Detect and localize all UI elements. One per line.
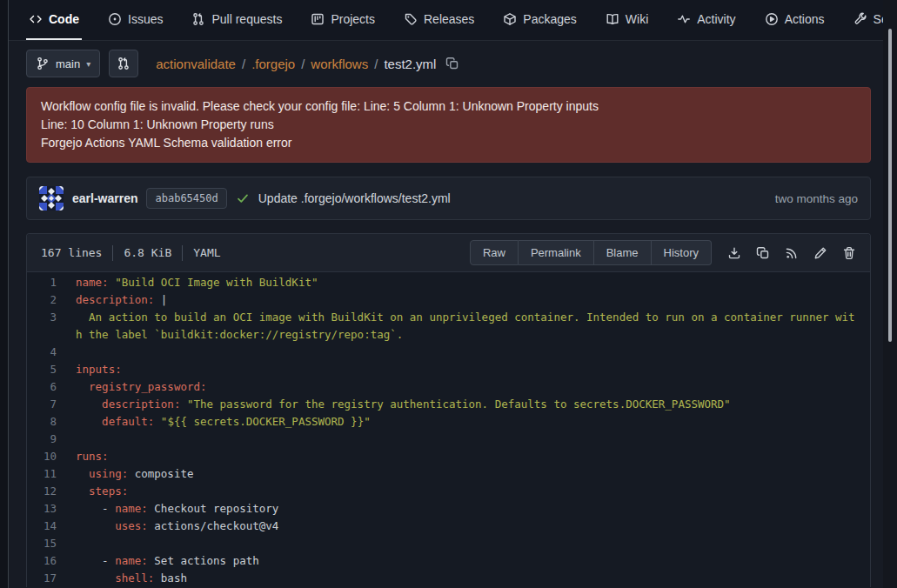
line-number[interactable]: 17 bbox=[27, 570, 76, 587]
file-info-167-lines: 167 lines bbox=[41, 246, 102, 259]
blame-button[interactable]: Blame bbox=[594, 240, 652, 265]
commit-message[interactable]: Update .forgejo/workflows/test2.yml bbox=[258, 191, 451, 205]
copy-content-button[interactable] bbox=[756, 246, 770, 260]
tab-pull-requests[interactable]: Pull requests bbox=[189, 0, 284, 40]
file-view: 167 lines6.8 KiBYAML RawPermalinkBlameHi… bbox=[26, 233, 871, 587]
compare-button[interactable] bbox=[109, 50, 138, 77]
tab-label: Projects bbox=[331, 12, 375, 26]
line-number[interactable]: 14 bbox=[27, 518, 76, 535]
code-line: 14 uses: actions/checkout@v4 bbox=[27, 518, 870, 535]
branch-icon bbox=[36, 57, 50, 70]
line-number[interactable]: 4 bbox=[27, 344, 76, 361]
line-number[interactable]: 3 bbox=[27, 309, 76, 344]
tab-label: Actions bbox=[785, 12, 825, 26]
file-view-mode-buttons: RawPermalinkBlameHistory bbox=[470, 240, 712, 265]
line-content: description: | bbox=[76, 291, 870, 309]
code-line: 7 description: "The password for the reg… bbox=[27, 396, 870, 413]
line-content bbox=[76, 344, 870, 361]
tab-packages[interactable]: Packages bbox=[500, 0, 579, 40]
play-circle-icon bbox=[765, 12, 779, 26]
line-number[interactable]: 5 bbox=[27, 361, 76, 378]
tab-label: Activity bbox=[697, 12, 735, 26]
book-icon bbox=[606, 12, 619, 26]
delete-file-button[interactable] bbox=[842, 246, 856, 260]
line-number[interactable]: 8 bbox=[27, 413, 76, 431]
code-line: 13 - name: Checkout repository bbox=[27, 500, 870, 518]
history-button[interactable]: History bbox=[652, 240, 712, 265]
line-number[interactable]: 6 bbox=[27, 378, 76, 396]
breadcrumb-separator: / bbox=[242, 57, 245, 71]
tab-actions[interactable]: Actions bbox=[762, 0, 827, 40]
line-content: - name: Set actions path bbox=[76, 552, 870, 570]
compare-icon bbox=[117, 57, 131, 70]
commit-sha-badge[interactable]: abab65450d bbox=[146, 188, 226, 209]
permalink-button[interactable]: Permalink bbox=[519, 240, 594, 265]
breadcrumb-item--forgejo[interactable]: .forgejo bbox=[251, 57, 295, 71]
window-left-edge bbox=[0, 0, 9, 588]
copy-path-button[interactable] bbox=[445, 57, 459, 70]
line-content bbox=[76, 535, 870, 552]
line-number[interactable]: 9 bbox=[27, 431, 76, 448]
code-line: 8 default: "${{ secrets.DOCKER_PASSWORD … bbox=[27, 413, 870, 431]
avatar[interactable] bbox=[39, 186, 64, 210]
tab-wiki[interactable]: Wiki bbox=[603, 0, 651, 40]
code-icon bbox=[29, 12, 43, 26]
download-button[interactable] bbox=[727, 246, 741, 260]
code-line: 11 using: composite bbox=[27, 465, 870, 483]
chevron-down-icon: ▾ bbox=[86, 59, 90, 69]
line-content: runs: bbox=[76, 448, 870, 465]
code-line: 9 bbox=[27, 431, 870, 448]
file-info-yaml: YAML bbox=[193, 246, 220, 259]
package-icon bbox=[503, 12, 517, 26]
line-number[interactable]: 16 bbox=[27, 552, 76, 570]
tab-activity[interactable]: Activity bbox=[674, 0, 738, 40]
breadcrumb-item-actionvalidate[interactable]: actionvalidate bbox=[156, 57, 236, 71]
edit-file-button[interactable] bbox=[813, 246, 827, 260]
commit-age: two months ago bbox=[775, 192, 858, 205]
projects-icon bbox=[311, 12, 325, 26]
line-number[interactable]: 2 bbox=[27, 291, 76, 309]
code-line: 15 bbox=[27, 535, 870, 552]
code-line: 1name: "Build OCI Image with BuildKit" bbox=[27, 274, 870, 291]
tab-projects[interactable]: Projects bbox=[308, 0, 378, 40]
code-line: 5inputs: bbox=[27, 361, 870, 378]
tab-label: Pull requests bbox=[211, 12, 282, 26]
line-number[interactable]: 10 bbox=[27, 448, 76, 465]
issues-icon bbox=[108, 12, 122, 26]
raw-button[interactable]: Raw bbox=[470, 240, 519, 265]
scrollbar-thumb[interactable] bbox=[888, 29, 892, 342]
breadcrumb-item-test2-yml: test2.yml bbox=[384, 57, 436, 71]
line-content: using: composite bbox=[76, 465, 870, 483]
line-number[interactable]: 11 bbox=[27, 465, 76, 483]
branch-select-button[interactable]: main ▾ bbox=[26, 50, 100, 77]
repo-tabs-nav: CodeIssuesPull requestsProjectsReleasesP… bbox=[0, 0, 897, 41]
line-number[interactable]: 13 bbox=[27, 500, 76, 518]
line-number[interactable]: 7 bbox=[27, 396, 76, 413]
file-header: 167 lines6.8 KiBYAML RawPermalinkBlameHi… bbox=[27, 234, 870, 272]
line-content: default: "${{ secrets.DOCKER_PASSWORD }}… bbox=[76, 413, 870, 431]
error-banner-line: Forgejo Actions YAML Schema validation e… bbox=[41, 134, 856, 152]
tab-releases[interactable]: Releases bbox=[401, 0, 477, 40]
line-content: registry_password: bbox=[76, 378, 870, 396]
error-banner-line: Workflow config file is invalid. Please … bbox=[41, 97, 856, 116]
line-number[interactable]: 12 bbox=[27, 483, 76, 500]
tab-code[interactable]: Code bbox=[26, 0, 82, 40]
divider bbox=[182, 245, 183, 261]
code-line: 10runs: bbox=[27, 448, 870, 465]
line-number[interactable]: 1 bbox=[27, 274, 76, 291]
error-banner-line: Line: 10 Column 1: Unknown Property runs bbox=[41, 116, 856, 134]
commit-author[interactable]: earl-warren bbox=[72, 191, 137, 205]
rss-feed-button[interactable] bbox=[785, 246, 799, 260]
tab-label: Code bbox=[49, 12, 79, 26]
code-line: 16 - name: Set actions path bbox=[27, 552, 870, 570]
line-number[interactable]: 15 bbox=[27, 535, 76, 552]
line-content: uses: actions/checkout@v4 bbox=[76, 518, 870, 535]
line-content: name: "Build OCI Image with BuildKit" bbox=[76, 274, 870, 291]
line-content: steps: bbox=[76, 483, 870, 500]
file-info-6-8-kib: 6.8 KiB bbox=[124, 246, 171, 259]
tab-issues[interactable]: Issues bbox=[105, 0, 165, 40]
error-banner: Workflow config file is invalid. Please … bbox=[26, 87, 871, 163]
breadcrumb-separator: / bbox=[301, 57, 305, 71]
branch-bar: main ▾ actionvalidate/.forgejo/workflows… bbox=[0, 41, 897, 85]
breadcrumb-item-workflows[interactable]: workflows bbox=[311, 57, 368, 71]
